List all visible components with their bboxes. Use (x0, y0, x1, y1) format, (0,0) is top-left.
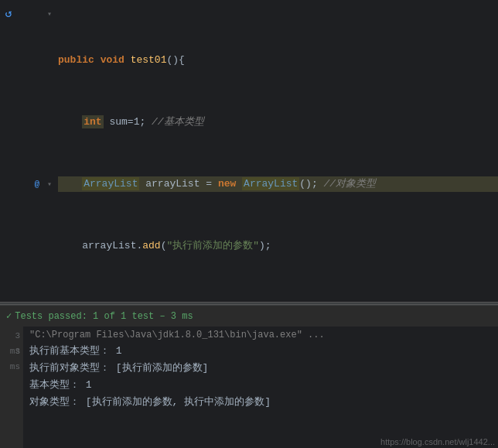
output-line-1: 执行前基本类型： 1 (23, 342, 498, 360)
at-icon: @ (34, 176, 39, 192)
code-line-4: arrayList.add("执行前添加的参数"); (58, 238, 498, 254)
fold-icon-sum[interactable]: ▾ (44, 180, 55, 189)
code-content: public void test01(){ int sum=1; //基本类型 … (55, 0, 498, 302)
fold-icon-method[interactable]: ▾ (44, 9, 55, 19)
test-passed-icon: ✓ (6, 310, 12, 322)
output-line-4: 对象类型： [执行前添加的参数, 执行中添加的参数] (23, 394, 498, 411)
timing-sidebar: 3 ms 3 ms (0, 327, 23, 448)
left-sidebar: ↺ (0, 0, 17, 302)
watermark: https://blog.csdn.net/wlj1442... (380, 437, 495, 446)
test-result-bar: ✓ Tests passed: 1 of 1 test – 3 ms (0, 305, 498, 327)
timing-1: 3 ms (0, 328, 20, 344)
fold-gutter: ▾ ▾ (44, 0, 55, 302)
output-command: "C:\Program Files\Java\jdk1.8.0_131\bin\… (23, 327, 498, 342)
output-with-timing: 3 ms 3 ms "C:\Program Files\Java\jdk1.8.… (0, 327, 498, 448)
output-line-3: 基本类型： 1 (23, 377, 498, 394)
output-content: "C:\Program Files\Java\jdk1.8.0_131\bin\… (23, 327, 498, 448)
bottom-section: ✓ Tests passed: 1 of 1 test – 3 ms 3 ms … (0, 305, 498, 448)
line-numbers: @ (17, 0, 44, 302)
code-line-1: public void test01(){ (58, 53, 498, 68)
test-passed-text: Tests passed: 1 of 1 test – 3 ms (15, 311, 193, 322)
editor-area: ↺ @ ▾ (0, 0, 498, 302)
app-container: ↺ @ ▾ (0, 0, 498, 448)
code-line-3: ArrayList arrayList = new ArrayList(); /… (58, 176, 498, 192)
code-line-2: int sum=1; //基本类型 (58, 115, 498, 130)
output-line-2: 执行前对象类型： [执行前添加的参数] (23, 360, 498, 377)
code-line-5: System.out.println("执行前基本类型： "+sum); (58, 300, 498, 302)
refresh-icon[interactable]: ↺ (5, 6, 12, 21)
at-icon-container: @ (17, 176, 39, 192)
